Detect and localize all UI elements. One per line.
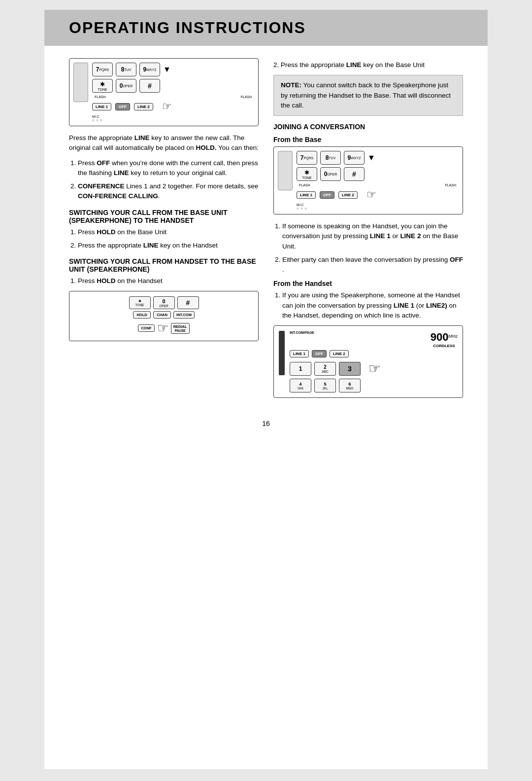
intro-list: Press OFF when you're done with the curr… — [69, 158, 259, 202]
page: OPERATING INSTRUCTIONS 7PQRS 8TUV 9WXYZ … — [44, 10, 488, 769]
switch-item-1-1: Press HOLD on the Base Unit — [78, 227, 259, 237]
switch-list-1: Press HOLD on the Base Unit Press the ap… — [69, 227, 259, 251]
left-column: 7PQRS 8TUV 9WXYZ ▼ ✱TONE 0OPER # FLASH — [69, 58, 259, 405]
main-content: 7PQRS 8TUV 9WXYZ ▼ ✱TONE 0OPER # FLASH — [69, 58, 463, 405]
page-number: 16 — [69, 420, 463, 427]
handset-diagram: ✱TONE 0OPER # HOLD CHAN INT.COM CONF ☞ R… — [69, 291, 259, 341]
base-cordless-diagram: INT.COM/PAGE 900MHz CORDLESS LINE 1 OFF … — [273, 325, 463, 398]
intro-item-1: Press OFF when you're done with the curr… — [78, 158, 259, 178]
intro-item-2: CONFERENCE Lines 1 and 2 together. For m… — [78, 181, 259, 202]
switch-heading-2: SWITCHING YOUR CALL FROM HANDSET TO THE … — [69, 257, 259, 273]
joining-handset-item-1: If you are using the Speakerphone, someo… — [282, 290, 463, 320]
joining-heading: JOINING A CONVERSATION — [273, 123, 463, 131]
switch-heading-1: SWITCHING YOUR CALL FROM THE BASE UNIT (… — [69, 209, 259, 224]
page-title: OPERATING INSTRUCTIONS — [69, 19, 306, 36]
joining-list-1: If someone is speaking on the Handset, y… — [273, 221, 463, 275]
joining-list-2: If you are using the Speakerphone, someo… — [273, 290, 463, 320]
phone-diagram-right: 7PQRS 8TUV 9WXYZ ▼ ✱TONE 0OPER # FLASH — [273, 146, 463, 214]
switch-item-2-1: Press HOLD on the Handset — [78, 276, 259, 286]
step2-text: 2. Press the appropriate LINE key on the… — [273, 60, 463, 70]
from-handset-heading: From the Handset — [273, 280, 463, 287]
note-box: NOTE: You cannot switch back to the Spea… — [273, 75, 463, 116]
joining-item-2: Either party can then leave the conversa… — [282, 255, 463, 275]
switch-item-1-2: Press the appropriate LINE key on the Ha… — [78, 241, 259, 250]
phone-diagram-top-left: 7PQRS 8TUV 9WXYZ ▼ ✱TONE 0OPER # FLASH — [69, 58, 259, 126]
switch-list-2: Press HOLD on the Handset — [69, 276, 259, 286]
from-base-heading: From the Base — [273, 136, 463, 143]
intro-text: Press the appropriate LINE key to answer… — [69, 133, 259, 153]
joining-item-1: If someone is speaking on the Handset, y… — [282, 221, 463, 251]
title-bar: OPERATING INSTRUCTIONS — [44, 10, 488, 46]
right-column: 2. Press the appropriate LINE key on the… — [273, 58, 463, 405]
